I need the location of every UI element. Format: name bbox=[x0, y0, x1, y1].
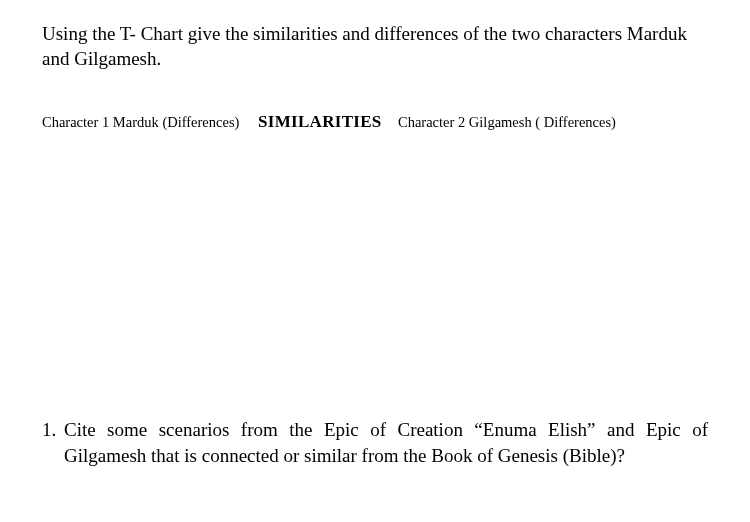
t-chart-col2-header: SIMILARITIES bbox=[258, 111, 398, 133]
t-chart-body-area bbox=[42, 139, 708, 417]
question-number: 1. bbox=[42, 417, 64, 467]
question-text: Cite some scenarios from the Epic of Cre… bbox=[64, 417, 708, 467]
t-chart-header-row: Character 1 Marduk (Differences) SIMILAR… bbox=[42, 111, 708, 133]
question-1: 1. Cite some scenarios from the Epic of … bbox=[42, 417, 708, 467]
instructions-text: Using the T- Chart give the similarities… bbox=[42, 22, 708, 71]
t-chart-col1-header: Character 1 Marduk (Differences) bbox=[42, 111, 258, 133]
t-chart-col3-header: Character 2 Gilgamesh ( Differences) bbox=[398, 111, 708, 133]
